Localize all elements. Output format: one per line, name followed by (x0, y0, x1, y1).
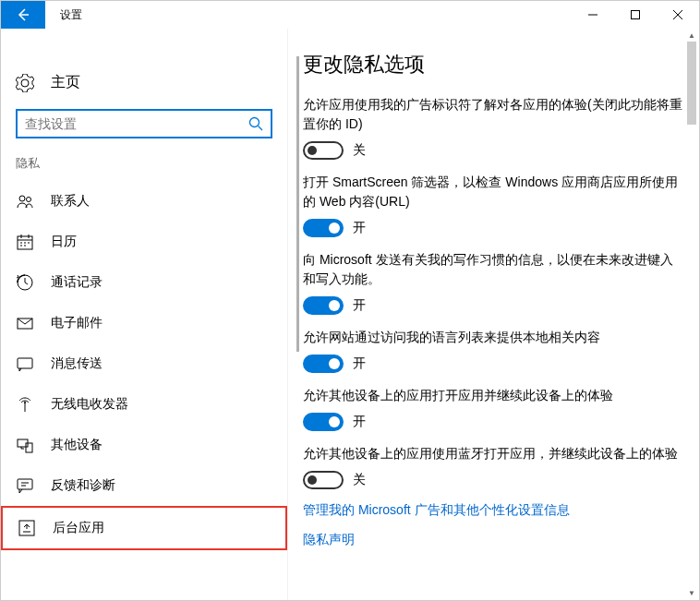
search-icon (248, 116, 263, 131)
sidebar-item-label: 其他设备 (51, 437, 103, 453)
sidebar-item-label: 通话记录 (51, 274, 103, 291)
feedback-icon (16, 476, 34, 495)
setting-description: 向 Microsoft 发送有关我的写作习惯的信息，以便在未来改进键入和写入功能… (303, 250, 684, 289)
toggle-label: 开 (353, 220, 366, 236)
toggle-label: 关 (353, 142, 366, 159)
sidebar-item-label: 后台应用 (53, 520, 104, 536)
setting-item: 允许应用使用我的广告标识符了解对各应用的体验(关闭此功能将重置你的 ID)关 (303, 95, 684, 160)
email-icon (16, 314, 34, 332)
window-title: 设置 (45, 7, 82, 23)
window-controls (572, 1, 699, 29)
scroll-up-icon[interactable]: ▲ (685, 29, 698, 42)
toggle-switch[interactable] (303, 141, 344, 160)
scroll-down-icon[interactable]: ▼ (685, 586, 698, 599)
search-input[interactable] (25, 116, 248, 131)
setting-item: 向 Microsoft 发送有关我的写作习惯的信息，以便在未来改进键入和写入功能… (303, 250, 684, 315)
toggle-switch[interactable] (303, 471, 344, 489)
setting-description: 允许其他设备上的应用使用蓝牙打开应用，并继续此设备上的体验 (303, 444, 684, 463)
svg-point-2 (19, 196, 25, 201)
svg-point-8 (24, 402, 26, 403)
toggle-label: 开 (353, 297, 366, 314)
sidebar-item-other-devices[interactable]: 其他设备 (1, 425, 287, 465)
sidebar-item-contacts[interactable]: 联系人 (1, 181, 287, 222)
page-title: 更改隐私选项 (303, 51, 684, 78)
minimize-icon (588, 10, 597, 19)
toggle-switch[interactable] (303, 296, 344, 315)
messaging-icon (16, 355, 34, 373)
other-devices-icon (16, 436, 34, 454)
sidebar-item-background-apps[interactable]: 后台应用 (1, 506, 287, 550)
home-button[interactable]: 主页 (1, 66, 287, 100)
setting-description: 打开 SmartScreen 筛选器，以检查 Windows 应用商店应用所使用… (303, 173, 684, 211)
setting-description: 允许应用使用我的广告标识符了解对各应用的体验(关闭此功能将重置你的 ID) (303, 95, 684, 134)
setting-item: 允许网站通过访问我的语言列表来提供本地相关内容开 (303, 328, 684, 373)
toggle-switch[interactable] (303, 413, 344, 431)
svg-rect-0 (632, 11, 640, 19)
call-history-icon (16, 273, 34, 292)
scrollbar-thumb[interactable] (687, 42, 696, 125)
svg-rect-11 (18, 479, 32, 489)
window-scrollbar[interactable]: ▲ ▼ (685, 29, 698, 599)
toggle-label: 关 (353, 472, 366, 488)
toggle-label: 开 (353, 414, 366, 430)
radios-icon (16, 395, 34, 414)
content-scrollbar[interactable] (296, 56, 299, 555)
sidebar-item-label: 消息传送 (51, 355, 103, 372)
svg-point-1 (250, 118, 259, 127)
manage-ads-link[interactable]: 管理我的 Microsoft 广告和其他个性化设置信息 (303, 502, 684, 519)
svg-point-3 (27, 198, 31, 202)
sidebar-item-feedback[interactable]: 反馈和诊断 (1, 465, 287, 506)
toggle-label: 开 (353, 355, 366, 372)
minimize-button[interactable] (572, 1, 614, 29)
main-panel: 更改隐私选项 允许应用使用我的广告标识符了解对各应用的体验(关闭此功能将重置你的… (287, 29, 699, 600)
back-button[interactable] (1, 1, 45, 29)
privacy-statement-link[interactable]: 隐私声明 (303, 532, 684, 548)
close-icon (673, 10, 682, 19)
setting-description: 允许网站通过访问我的语言列表来提供本地相关内容 (303, 328, 684, 347)
titlebar: 设置 (1, 1, 699, 29)
sidebar-item-label: 反馈和诊断 (51, 477, 115, 494)
maximize-button[interactable] (614, 1, 657, 29)
toggle-switch[interactable] (303, 355, 344, 373)
maximize-icon (631, 10, 640, 19)
setting-item: 允许其他设备上的应用使用蓝牙打开应用，并继续此设备上的体验关 (303, 444, 684, 489)
background-apps-icon (18, 519, 36, 537)
svg-rect-10 (26, 443, 32, 452)
sidebar-item-call-history[interactable]: 通话记录 (1, 262, 287, 303)
nav-list: 联系人 日历 通话记录 电子邮件 消息传送 无线电收发器 (1, 181, 287, 600)
sidebar: 主页 隐私 联系人 日历 通话记录 电子邮件 (1, 29, 287, 600)
sidebar-item-messaging[interactable]: 消息传送 (1, 343, 287, 384)
sidebar-item-label: 联系人 (51, 193, 90, 210)
calendar-icon (16, 233, 34, 251)
sidebar-item-email[interactable]: 电子邮件 (1, 303, 287, 343)
sidebar-item-radios[interactable]: 无线电收发器 (1, 384, 287, 425)
sidebar-item-label: 电子邮件 (51, 315, 103, 331)
contacts-icon (16, 192, 34, 210)
category-label: 隐私 (1, 155, 287, 181)
toggle-switch[interactable] (303, 219, 344, 237)
search-box[interactable] (16, 109, 272, 138)
sidebar-item-label: 日历 (51, 234, 77, 250)
svg-rect-7 (18, 358, 32, 368)
setting-item: 允许其他设备上的应用打开应用并继续此设备上的体验开 (303, 386, 684, 431)
setting-item: 打开 SmartScreen 筛选器，以检查 Windows 应用商店应用所使用… (303, 173, 684, 237)
close-button[interactable] (657, 1, 699, 29)
setting-description: 允许其他设备上的应用打开应用并继续此设备上的体验 (303, 386, 684, 405)
sidebar-item-calendar[interactable]: 日历 (1, 222, 287, 262)
gear-icon (16, 74, 34, 92)
sidebar-item-label: 无线电收发器 (51, 396, 128, 413)
home-label: 主页 (51, 73, 80, 92)
arrow-left-icon (16, 7, 30, 22)
content-scrollbar-thumb[interactable] (296, 56, 299, 352)
